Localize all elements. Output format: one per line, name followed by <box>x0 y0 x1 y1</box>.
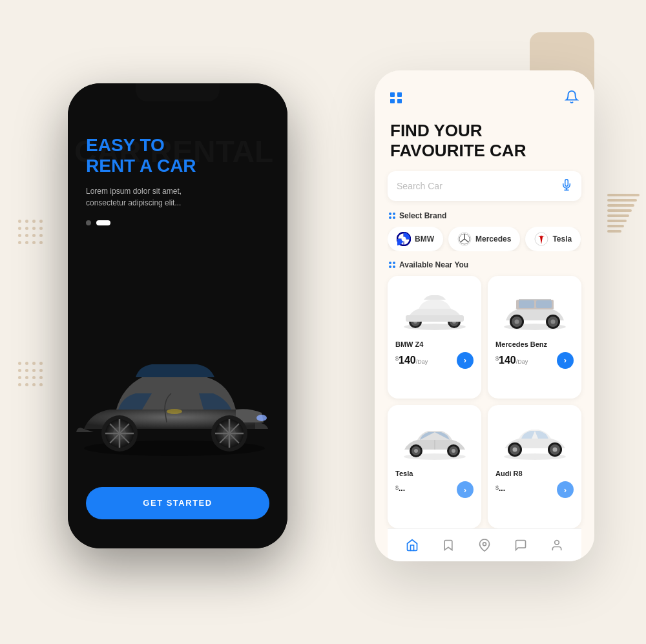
dark-car-svg <box>68 329 284 458</box>
svg-point-53 <box>414 449 418 453</box>
tesla-logo <box>534 232 548 246</box>
svg-point-48 <box>550 319 555 324</box>
brand-chip-bmw[interactable]: BMW <box>388 227 443 251</box>
bmw-label: BMW <box>415 234 434 244</box>
grid-menu-icon[interactable] <box>390 92 402 104</box>
svg-rect-41 <box>519 300 534 308</box>
svg-point-63 <box>512 448 517 452</box>
bmw-z4-image <box>395 284 474 335</box>
title-line2: FAVOURITE CAR <box>390 141 579 161</box>
audi-r8-image <box>495 413 574 464</box>
car-card-mercedes[interactable]: Mercedes Benz $140/Day › <box>488 276 581 399</box>
mercedes-logo <box>457 232 472 246</box>
svg-point-15 <box>256 415 267 421</box>
car-card-tesla[interactable]: Tesla $··· › <box>388 405 481 528</box>
svg-point-21 <box>402 236 406 241</box>
dark-phone-subtext: Lorem ipsum dolor sit amet, consectetur … <box>86 185 202 209</box>
get-started-button[interactable]: GET STARTED <box>86 487 269 519</box>
brands-row: BMW Mercedes <box>388 227 581 251</box>
phone-light-header <box>388 83 581 113</box>
bottom-nav <box>388 528 581 561</box>
svg-point-68 <box>555 540 559 545</box>
select-brand-label: Select Brand <box>388 211 581 220</box>
light-phone-title: FIND YOUR FAVOURITE CAR <box>388 121 581 161</box>
brand-chip-tesla[interactable]: Tesla <box>525 227 581 251</box>
nav-chat-icon[interactable] <box>514 538 528 552</box>
nav-bookmark-icon[interactable] <box>441 538 455 552</box>
svg-point-16 <box>167 409 182 414</box>
search-placeholder: Search Car <box>397 181 443 191</box>
mercedes-name: Mercedes Benz <box>495 340 574 348</box>
bmw-z4-price: $140/Day <box>395 355 428 366</box>
nav-location-icon[interactable] <box>477 538 492 552</box>
dark-phone-headline: EASY TO RENT A CAR <box>86 135 269 176</box>
cars-grid: BMW Z4 $140/Day › <box>388 276 581 528</box>
tesla-label: Tesla <box>552 234 572 244</box>
section-dots-icon <box>389 213 395 219</box>
tesla-name: Tesla <box>395 470 474 477</box>
mercedes-arrow-btn[interactable]: › <box>557 352 574 369</box>
tesla-price: $··· <box>395 484 405 495</box>
svg-point-56 <box>452 449 455 453</box>
car-card-audi-r8[interactable]: Audi R8 $··· › <box>488 405 581 528</box>
tesla-arrow-btn[interactable]: › <box>457 481 474 498</box>
mercedes-price: $140/Day <box>495 355 528 366</box>
svg-rect-38 <box>406 315 464 322</box>
nav-profile-icon[interactable] <box>550 538 564 552</box>
bmw-z4-price-row: $140/Day › <box>395 352 474 369</box>
headline-line2: RENT A CAR <box>86 156 269 176</box>
pagination-dots <box>86 220 269 225</box>
audi-r8-arrow-btn[interactable]: › <box>557 481 574 498</box>
dot-active <box>96 220 110 225</box>
nav-home-icon[interactable] <box>405 538 419 552</box>
bmw-logo <box>397 232 411 246</box>
tesla-price-row: $··· › <box>395 481 474 498</box>
tesla-image <box>395 413 474 464</box>
svg-point-67 <box>483 542 486 545</box>
audi-r8-name: Audi R8 <box>495 470 574 477</box>
mercedes-label: Mercedes <box>475 234 511 244</box>
bmw-z4-arrow-btn[interactable]: › <box>457 352 474 369</box>
section-dots-icon-2 <box>389 262 395 268</box>
brand-chip-mercedes[interactable]: Mercedes <box>448 227 520 251</box>
headline-line1: EASY TO <box>86 135 269 156</box>
car-image-dark <box>68 316 287 471</box>
phones-container: CAR RENTAL EASY TO RENT A CAR Lorem ipsu… <box>32 32 614 613</box>
mercedes-image <box>495 284 574 335</box>
svg-point-45 <box>514 319 519 324</box>
phone-notch-dark <box>136 83 220 101</box>
bell-icon[interactable] <box>565 90 579 107</box>
phone-light: FIND YOUR FAVOURITE CAR Search Car <box>375 70 594 561</box>
bmw-z4-svg <box>399 287 470 332</box>
bmw-z4-name: BMW Z4 <box>395 340 474 348</box>
available-near-label: Available Near You <box>388 260 581 269</box>
search-bar[interactable]: Search Car <box>388 171 581 201</box>
mercedes-svg <box>499 287 570 332</box>
car-card-bmw-z4[interactable]: BMW Z4 $140/Day › <box>388 276 481 399</box>
select-brand-text: Select Brand <box>399 211 446 220</box>
audi-r8-price-row: $··· › <box>495 481 574 498</box>
phone-light-inner: FIND YOUR FAVOURITE CAR Search Car <box>375 70 594 561</box>
mic-icon[interactable] <box>561 179 572 193</box>
mercedes-price-row: $140/Day › <box>495 352 574 369</box>
audi-r8-svg <box>499 416 570 461</box>
phone-dark: CAR RENTAL EASY TO RENT A CAR Lorem ipsu… <box>68 83 287 548</box>
dot-inactive <box>86 220 91 225</box>
svg-point-66 <box>552 448 557 452</box>
svg-rect-42 <box>536 300 552 308</box>
title-line1: FIND YOUR <box>390 121 579 141</box>
audi-r8-price: $··· <box>495 484 505 495</box>
tesla-svg <box>399 416 470 461</box>
phone-dark-inner: CAR RENTAL EASY TO RENT A CAR Lorem ipsu… <box>68 83 287 548</box>
available-near-text: Available Near You <box>399 260 468 269</box>
